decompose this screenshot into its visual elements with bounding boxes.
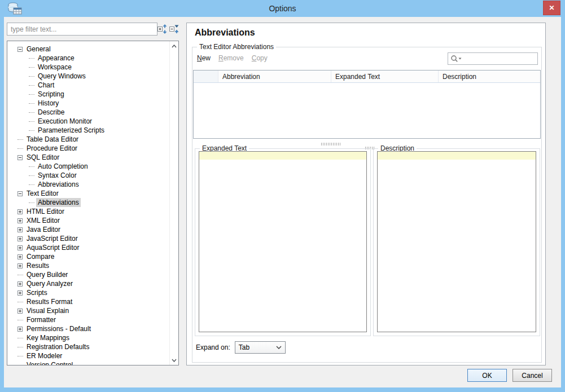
tree-item-general[interactable]: General: [7, 45, 169, 54]
tree-item-label: Workspace: [36, 63, 73, 72]
tree-item-version-control[interactable]: Version Control: [7, 360, 169, 365]
tree-item-label: Abbreviations: [36, 198, 81, 207]
expand-on-row: Expand on: Tab: [196, 341, 286, 354]
expand-icon[interactable]: [17, 245, 23, 250]
scroll-down-icon[interactable]: [170, 356, 178, 364]
tree-item-syntax-color[interactable]: Syntax Color: [7, 171, 169, 180]
tree-item-abbreviations[interactable]: Abbreviations: [7, 198, 169, 207]
tree-item-permissions-default[interactable]: Permissions - Default: [7, 324, 169, 333]
tree-item-chart[interactable]: Chart: [7, 81, 169, 90]
expand-icon[interactable]: [17, 290, 23, 296]
close-button[interactable]: ✕: [543, 1, 560, 15]
tree-leaf-connector: [29, 112, 34, 113]
tree-item-text-editor[interactable]: Text Editor: [7, 189, 169, 198]
column-header-expanded-text[interactable]: Expanded Text: [331, 71, 439, 82]
tree-item-execution-monitor[interactable]: Execution Monitor: [7, 117, 169, 126]
tree-item-sql-editor[interactable]: SQL Editor: [7, 153, 169, 162]
tree-item-er-modeler[interactable]: ER Modeler: [7, 351, 169, 360]
scroll-up-icon[interactable]: [170, 42, 178, 50]
tree-item-label: Registration Defaults: [25, 342, 91, 351]
expand-on-select[interactable]: Tab: [235, 341, 286, 354]
tree-scrollbar[interactable]: [169, 41, 178, 365]
remove-button[interactable]: Remove: [218, 54, 244, 62]
tree-item-history[interactable]: History: [7, 99, 169, 108]
cancel-button[interactable]: Cancel: [513, 369, 552, 382]
tree-item-label: Scripting: [36, 90, 66, 99]
expand-icon[interactable]: [17, 281, 23, 287]
tree-item-abbreviations[interactable]: Abbreviations: [7, 180, 169, 189]
tree-item-key-mappings[interactable]: Key Mappings: [7, 333, 169, 342]
tree-item-results-format[interactable]: Results Format: [7, 297, 169, 306]
tree-item-query-analyzer[interactable]: Query Analyzer: [7, 279, 169, 288]
tree-item-javascript-editor[interactable]: JavaScript Editor: [7, 234, 169, 243]
tree-item-label: Chart: [36, 81, 56, 90]
collapse-all-icon[interactable]: [169, 24, 179, 34]
group-title: Text Editor Abbreviations: [197, 43, 276, 51]
options-dialog: Options ✕ GeneralAppearanceWorkspaceQuer…: [0, 0, 565, 392]
expand-icon[interactable]: [17, 254, 23, 259]
expand-icon[interactable]: [17, 218, 23, 223]
tree-item-registration-defaults[interactable]: Registration Defaults: [7, 342, 169, 351]
collapse-icon[interactable]: [17, 47, 23, 52]
collapse-icon[interactable]: [17, 155, 23, 160]
tree-item-aquascript-editor[interactable]: AquaScript Editor: [7, 243, 169, 252]
copy-button[interactable]: Copy: [252, 54, 268, 62]
tree-item-label: JavaScript Editor: [25, 234, 80, 243]
expand-icon[interactable]: [17, 236, 23, 241]
tree-item-scripts[interactable]: Scripts: [7, 288, 169, 297]
titlebar[interactable]: Options ✕: [0, 0, 565, 17]
tree-item-scripting[interactable]: Scripting: [7, 90, 169, 99]
tree-item-label: Query Analyzer: [25, 279, 75, 288]
tree-item-describe[interactable]: Describe: [7, 108, 169, 117]
expand-icon[interactable]: [17, 327, 23, 332]
expanded-text-editor[interactable]: [199, 151, 367, 332]
close-icon: ✕: [549, 4, 554, 12]
ok-button[interactable]: OK: [467, 369, 507, 382]
horizontal-splitter-handle[interactable]: [321, 143, 340, 146]
column-header-description[interactable]: Description: [439, 71, 540, 82]
new-button[interactable]: New: [197, 54, 211, 62]
tree-item-html-editor[interactable]: HTML Editor: [7, 207, 169, 216]
tree-item-xml-editor[interactable]: XML Editor: [7, 216, 169, 225]
table-body[interactable]: [194, 83, 540, 138]
tree-item-query-windows[interactable]: Query Windows: [7, 72, 169, 81]
collapse-icon[interactable]: [17, 191, 23, 196]
tree-item-java-editor[interactable]: Java Editor: [7, 225, 169, 234]
filter-input[interactable]: [7, 23, 157, 36]
tree-item-visual-explain[interactable]: Visual Explain: [7, 306, 169, 315]
current-line-highlight: [199, 152, 366, 160]
search-icon[interactable]: [450, 55, 462, 63]
abbreviations-toolbar: New Remove Copy: [197, 54, 268, 62]
tree-item-query-builder[interactable]: Query Builder: [7, 270, 169, 279]
column-header-abbreviation[interactable]: Abbreviation: [218, 71, 331, 82]
search-input[interactable]: [462, 54, 537, 64]
tree-leaf-connector: [29, 94, 34, 95]
search-box[interactable]: [448, 52, 538, 65]
expand-all-icon[interactable]: [157, 24, 168, 34]
tree-item-compare[interactable]: Compare: [7, 252, 169, 261]
tree-item-auto-completion[interactable]: Auto Completion: [7, 162, 169, 171]
tree-item-workspace[interactable]: Workspace: [7, 63, 169, 72]
tree-item-appearance[interactable]: Appearance: [7, 54, 169, 63]
tree-item-formatter[interactable]: Formatter: [7, 315, 169, 324]
tree-leaf-connector: [17, 275, 23, 275]
tree-item-results[interactable]: Results: [7, 261, 169, 270]
tree-item-table-data-editor[interactable]: Table Data Editor: [7, 135, 169, 144]
tree-item-parameterized-scripts[interactable]: Parameterized Scripts: [7, 126, 169, 135]
tree-item-label: History: [36, 99, 60, 108]
expand-icon[interactable]: [17, 263, 23, 268]
description-group: Description: [373, 148, 540, 336]
tree-item-procedure-editor[interactable]: Procedure Editor: [7, 144, 169, 153]
tree-item-label: General: [25, 45, 52, 54]
window-title: Options: [0, 0, 565, 17]
tree-leaf-connector: [29, 130, 34, 131]
tree-item-label: Appearance: [36, 54, 76, 63]
expand-icon[interactable]: [17, 227, 23, 232]
abbreviations-table: AbbreviationExpanded TextDescription: [193, 70, 541, 139]
description-editor[interactable]: [377, 151, 536, 332]
expand-icon[interactable]: [17, 209, 23, 214]
expand-icon[interactable]: [17, 309, 23, 314]
tree-leaf-connector: [29, 76, 34, 77]
tree-leaf-connector: [29, 166, 34, 167]
column-header-blank[interactable]: [194, 71, 218, 82]
